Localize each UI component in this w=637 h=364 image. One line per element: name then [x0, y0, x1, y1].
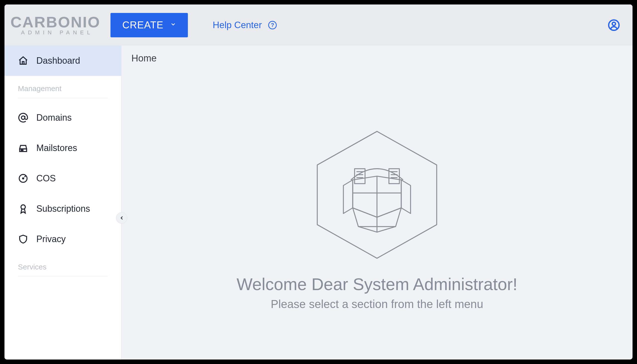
sidebar-item-privacy[interactable]: Privacy [4, 224, 121, 254]
sidebar-item-label: Privacy [36, 234, 66, 244]
help-icon: ? [268, 21, 277, 29]
empty-state: Welcome Dear System Administrator! Pleas… [122, 71, 632, 360]
sidebar-item-label: Dashboard [36, 56, 80, 66]
at-sign-icon [18, 112, 28, 123]
body-area: Dashboard Management Domains Mailstores [4, 46, 632, 360]
hexagon-illustration [302, 120, 452, 270]
welcome-subtitle: Please select a section from the left me… [271, 297, 483, 311]
sidebar-item-label: Mailstores [36, 143, 77, 153]
sidebar-section-services: Services [18, 257, 108, 276]
sidebar-item-label: Domains [36, 112, 72, 123]
breadcrumb: Home [122, 46, 632, 71]
sidebar-section-management: Management [18, 78, 108, 98]
logo: CARBONIO ADMIN PANEL [10, 14, 100, 36]
svg-marker-17 [344, 180, 353, 214]
create-button-label: CREATE [122, 20, 164, 30]
home-icon [18, 56, 28, 66]
svg-point-2 [22, 116, 25, 120]
hard-drive-icon [18, 143, 28, 153]
sidebar-item-domains[interactable]: Domains [4, 102, 121, 133]
sidebar-item-label: Subscriptions [36, 204, 90, 214]
welcome-title: Welcome Dear System Administrator! [237, 274, 518, 294]
help-center-label: Help Center [213, 20, 262, 30]
target-icon [18, 173, 28, 184]
shield-icon [18, 234, 28, 244]
sidebar-item-mailstores[interactable]: Mailstores [4, 133, 121, 163]
svg-point-1 [612, 22, 615, 26]
header-bar: CARBONIO ADMIN PANEL CREATE Help Center … [4, 4, 632, 46]
sidebar: Dashboard Management Domains Mailstores [4, 46, 122, 360]
account-button[interactable] [608, 19, 620, 31]
app-frame: CARBONIO ADMIN PANEL CREATE Help Center … [4, 4, 632, 360]
svg-point-3 [21, 150, 22, 150]
svg-marker-18 [401, 180, 411, 214]
sidebar-item-label: COS [36, 173, 56, 184]
sidebar-item-subscriptions[interactable]: Subscriptions [4, 194, 121, 224]
sidebar-item-dashboard[interactable]: Dashboard [4, 46, 121, 76]
sidebar-item-cos[interactable]: COS [4, 163, 121, 194]
badge-icon [18, 204, 28, 214]
svg-point-7 [21, 205, 26, 209]
svg-point-6 [22, 178, 24, 180]
help-center-link[interactable]: Help Center ? [213, 20, 277, 30]
create-button[interactable]: CREATE [110, 13, 188, 37]
sidebar-collapse-button[interactable] [116, 212, 128, 224]
logo-text: CARBONIO [10, 14, 100, 30]
logo-subtext: ADMIN PANEL [21, 29, 94, 36]
svg-point-4 [22, 150, 23, 150]
chevron-down-icon [170, 22, 176, 28]
main-content: Home [122, 46, 632, 360]
